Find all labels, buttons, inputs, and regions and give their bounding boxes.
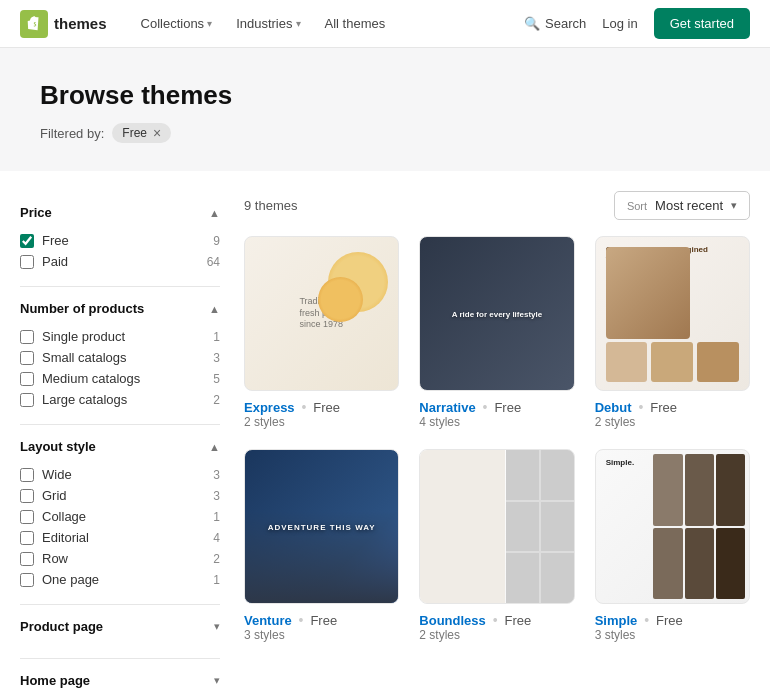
sidebar-productpage-header[interactable]: Product page ▾ xyxy=(20,619,220,644)
paid-count: 64 xyxy=(207,255,220,269)
venture-theme-styles: 3 styles xyxy=(244,628,399,642)
sidebar-section-price: Price ▲ Free 9 Paid 64 xyxy=(20,191,220,287)
sort-dropdown[interactable]: Sort Most recent ▾ xyxy=(614,191,750,220)
simple-logo-text: Simple. xyxy=(606,458,634,467)
boundless-grid-area xyxy=(506,450,573,603)
active-filter-label: Free xyxy=(122,126,147,140)
theme-card-venture[interactable]: ADVENTURE THIS WAY Venture • Free 3 styl… xyxy=(244,449,399,642)
filter-row: Row 2 xyxy=(20,548,220,569)
narrative-theme-styles: 4 styles xyxy=(419,415,574,429)
boundless-theme-styles: 2 styles xyxy=(419,628,574,642)
debut-theme-styles: 2 styles xyxy=(595,415,750,429)
row-checkbox[interactable] xyxy=(20,552,34,566)
narrative-thumb-text: A ride for every lifestyle xyxy=(452,309,542,318)
theme-info-simple: Simple • Free 3 styles xyxy=(595,612,750,642)
sidebar-numproducts-title: Number of products xyxy=(20,301,144,316)
chevron-down-icon: ▾ xyxy=(296,18,301,29)
free-label[interactable]: Free xyxy=(42,233,205,248)
login-link[interactable]: Log in xyxy=(602,16,637,31)
debut-small-images xyxy=(606,342,739,382)
nav-links: Collections ▾ Industries ▾ All themes xyxy=(131,10,501,37)
boundless-theme-price: Free xyxy=(504,613,531,628)
logo[interactable]: themes xyxy=(20,10,107,38)
single-label[interactable]: Single product xyxy=(42,329,205,344)
theme-thumb-boundless xyxy=(419,449,574,604)
row-label[interactable]: Row xyxy=(42,551,205,566)
wide-checkbox[interactable] xyxy=(20,468,34,482)
wide-count: 3 xyxy=(213,468,220,482)
debut-theme-name: Debut xyxy=(595,400,632,415)
nav-industries[interactable]: Industries ▾ xyxy=(226,10,310,37)
theme-info-narrative: Narrative • Free 4 styles xyxy=(419,399,574,429)
sidebar-layout-title: Layout style xyxy=(20,439,96,454)
themes-count: 9 themes xyxy=(244,198,297,213)
wide-label[interactable]: Wide xyxy=(42,467,205,482)
theme-card-express[interactable]: Traditionalfresh pastasince 1978 Express… xyxy=(244,236,399,429)
get-started-button[interactable]: Get started xyxy=(654,8,750,39)
express-food-icon2 xyxy=(318,277,363,322)
simple-theme-styles: 3 styles xyxy=(595,628,750,642)
sidebar-section-num-products: Number of products ▲ Single product 1 Sm… xyxy=(20,287,220,425)
medium-catalogs-label[interactable]: Medium catalogs xyxy=(42,371,205,386)
nav-all-themes[interactable]: All themes xyxy=(315,10,396,37)
grid-checkbox[interactable] xyxy=(20,489,34,503)
theme-info-debut: Debut • Free 2 styles xyxy=(595,399,750,429)
remove-filter-button[interactable]: × xyxy=(153,126,161,140)
active-filter-tag: Free × xyxy=(112,123,171,143)
small-catalogs-count: 3 xyxy=(213,351,220,365)
themes-content: 9 themes Sort Most recent ▾ Traditionalf… xyxy=(244,191,750,689)
nav-collections[interactable]: Collections ▾ xyxy=(131,10,223,37)
chevron-down-icon: ▾ xyxy=(214,620,220,633)
theme-card-debut[interactable]: Chic handbags reimaginedfor modern life … xyxy=(595,236,750,429)
simple-coat-grid xyxy=(649,450,749,603)
sidebar-layout-header[interactable]: Layout style ▲ xyxy=(20,439,220,464)
free-checkbox[interactable] xyxy=(20,234,34,248)
sidebar-section-home-page: Home page ▾ xyxy=(20,659,220,689)
sidebar: Price ▲ Free 9 Paid 64 Number of product… xyxy=(20,191,220,689)
small-catalogs-checkbox[interactable] xyxy=(20,351,34,365)
chevron-up-icon: ▲ xyxy=(209,207,220,219)
editorial-label[interactable]: Editorial xyxy=(42,530,205,545)
collage-checkbox[interactable] xyxy=(20,510,34,524)
chevron-down-icon: ▾ xyxy=(207,18,212,29)
theme-thumb-express: Traditionalfresh pastasince 1978 xyxy=(244,236,399,391)
main-content: Price ▲ Free 9 Paid 64 Number of product… xyxy=(0,171,770,689)
content-header: 9 themes Sort Most recent ▾ xyxy=(244,191,750,220)
small-catalogs-label[interactable]: Small catalogs xyxy=(42,350,205,365)
large-catalogs-label[interactable]: Large catalogs xyxy=(42,392,205,407)
one-page-label[interactable]: One page xyxy=(42,572,205,587)
editorial-checkbox[interactable] xyxy=(20,531,34,545)
express-theme-name: Express xyxy=(244,400,295,415)
theme-card-boundless[interactable]: Boundless • Free 2 styles xyxy=(419,449,574,642)
theme-card-narrative[interactable]: A ride for every lifestyle Narrative • F… xyxy=(419,236,574,429)
free-count: 9 xyxy=(213,234,220,248)
sort-label: Sort xyxy=(627,200,647,212)
venture-thumb-text: ADVENTURE THIS WAY xyxy=(268,522,376,531)
grid-label[interactable]: Grid xyxy=(42,488,205,503)
paid-checkbox[interactable] xyxy=(20,255,34,269)
nav-right: 🔍 Search Log in Get started xyxy=(524,8,750,39)
filter-single: Single product 1 xyxy=(20,326,220,347)
one-page-count: 1 xyxy=(213,573,220,587)
medium-catalogs-count: 5 xyxy=(213,372,220,386)
sidebar-numproducts-header[interactable]: Number of products ▲ xyxy=(20,301,220,326)
sidebar-homepage-header[interactable]: Home page ▾ xyxy=(20,673,220,689)
filter-paid: Paid 64 xyxy=(20,251,220,272)
medium-catalogs-checkbox[interactable] xyxy=(20,372,34,386)
large-catalogs-checkbox[interactable] xyxy=(20,393,34,407)
paid-label[interactable]: Paid xyxy=(42,254,199,269)
search-button[interactable]: 🔍 Search xyxy=(524,16,586,31)
page-title: Browse themes xyxy=(40,80,730,111)
filtered-by-label: Filtered by: xyxy=(40,126,104,141)
theme-card-simple[interactable]: Simple. Simple • Free 3 styles xyxy=(595,449,750,642)
collage-label[interactable]: Collage xyxy=(42,509,205,524)
filter-small-catalogs: Small catalogs 3 xyxy=(20,347,220,368)
grid-count: 3 xyxy=(213,489,220,503)
venture-theme-price: Free xyxy=(310,613,337,628)
sidebar-price-header[interactable]: Price ▲ xyxy=(20,205,220,230)
boundless-theme-name: Boundless xyxy=(419,613,485,628)
collage-count: 1 xyxy=(213,510,220,524)
one-page-checkbox[interactable] xyxy=(20,573,34,587)
sort-value: Most recent xyxy=(655,198,723,213)
single-checkbox[interactable] xyxy=(20,330,34,344)
